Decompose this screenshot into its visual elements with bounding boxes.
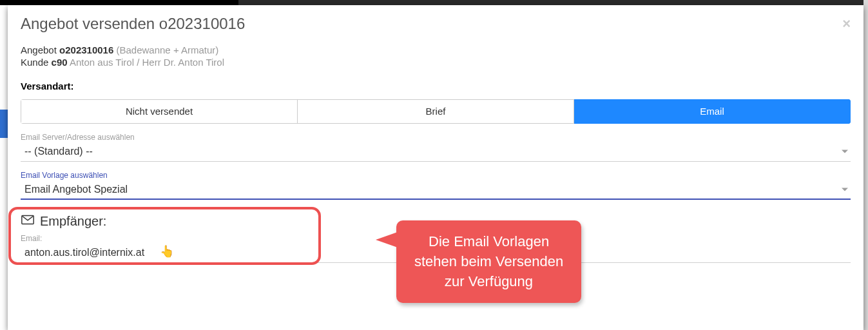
chevron-down-icon bbox=[842, 188, 848, 191]
offer-description: (Badewanne + Armatur) bbox=[116, 44, 218, 55]
email-server-value: -- (Standard) -- bbox=[24, 146, 93, 157]
callout-line: zur Verfügung bbox=[414, 272, 563, 292]
annotation-callout: Die Email Vorlagen stehen beim Versenden… bbox=[396, 220, 581, 303]
offer-number: o202310016 bbox=[59, 44, 113, 55]
shipping-option-email[interactable]: Email bbox=[574, 99, 851, 124]
modal-title: Angebot versenden o202310016 bbox=[21, 15, 245, 33]
shipping-option-not-sent[interactable]: Nicht versendet bbox=[21, 99, 298, 124]
email-template-select[interactable]: Email Angebot Spezial bbox=[21, 180, 851, 200]
offer-label: Angebot bbox=[21, 44, 57, 55]
customer-name: Anton aus Tirol / Herr Dr. Anton Tirol bbox=[70, 57, 224, 68]
shipping-option-letter[interactable]: Brief bbox=[298, 99, 574, 124]
email-template-label: Email Vorlage auswählen bbox=[21, 171, 851, 180]
email-server-select[interactable]: -- (Standard) -- bbox=[21, 142, 851, 162]
callout-line: stehen beim Versenden bbox=[414, 252, 563, 272]
recipients-heading-text: Empfänger: bbox=[40, 214, 106, 229]
chevron-down-icon bbox=[842, 150, 848, 153]
customer-label: Kunde bbox=[21, 57, 48, 68]
email-server-label: Email Server/Adresse auswählen bbox=[21, 133, 851, 142]
offer-summary: Angebot o202310016 (Badewanne + Armatur)… bbox=[21, 44, 851, 68]
callout-line: Die Email Vorlagen bbox=[414, 232, 563, 252]
customer-number: c90 bbox=[52, 57, 68, 68]
envelope-icon bbox=[21, 213, 35, 230]
shipping-method-group: Nicht versendet Brief Email bbox=[21, 99, 851, 124]
modal-header: Angebot versenden o202310016 × bbox=[8, 5, 863, 44]
close-icon[interactable]: × bbox=[842, 17, 851, 31]
shipping-label: Versandart: bbox=[21, 81, 851, 92]
email-template-value: Email Angebot Spezial bbox=[24, 184, 128, 195]
